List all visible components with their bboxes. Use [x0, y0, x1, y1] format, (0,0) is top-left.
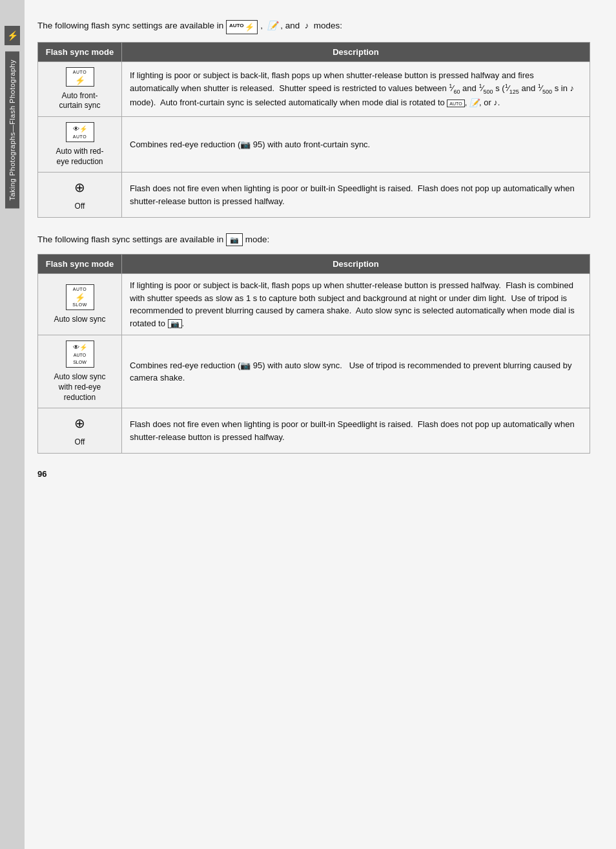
section1-intro: The following flash sync settings are av…	[37, 19, 590, 34]
mode-cell-2: 👁⚡ AUTO Auto with red-eye reduction	[38, 116, 122, 173]
mode-label-5: Auto slow syncwith red-eyereduction	[54, 372, 105, 403]
mode-cell-5: 👁⚡ AUTO SLOW Auto slow syncwith red-eyer…	[38, 335, 122, 408]
auto-frontcurtain-icon: AUTO ⚡	[66, 67, 94, 87]
table1: Flash sync mode Description AUTO ⚡ Auto …	[37, 42, 590, 218]
main-content: The following flash sync settings are av…	[25, 0, 616, 849]
table-row: ⊕ Off Flash does not fire even when ligh…	[38, 408, 590, 454]
mode-icon-wrap-1: AUTO ⚡ Auto front-curtain sync	[46, 67, 114, 111]
mode-icon-auto: AUTO⚡	[226, 20, 258, 34]
mode-icon-wrap-3: ⊕ Off	[46, 178, 114, 212]
off-icon-1: ⊕	[74, 178, 85, 197]
mode-label-4: Auto slow sync	[54, 315, 105, 325]
mode-icon-wrap-2: 👁⚡ AUTO Auto with red-eye reduction	[46, 122, 114, 167]
mode-icon-pencil: 📝	[267, 21, 278, 30]
mode-label-6: Off	[75, 437, 85, 448]
mode-cell-3: ⊕ Off	[38, 173, 122, 218]
description-cell-2: Combines red-eye reduction (📷 95) with a…	[122, 116, 590, 173]
mode-icon-music: ♪	[305, 21, 309, 30]
table-row: ⊕ Off Flash does not fire even when ligh…	[38, 173, 590, 218]
description-cell-4: If lighting is poor or subject is back-l…	[122, 274, 590, 335]
auto-slow-redeye-icon: 👁⚡ AUTO SLOW	[66, 341, 94, 368]
table-row: 👁⚡ AUTO Auto with red-eye reduction Comb…	[38, 116, 590, 173]
auto-redeye-icon: 👁⚡ AUTO	[66, 122, 94, 143]
mode-icon-wrap-4: AUTO ⚡ SLOW Auto slow sync	[46, 284, 114, 325]
sidebar-label: Taking Photographs—Flash Photography	[5, 52, 19, 209]
page-number: 96	[37, 469, 590, 479]
section2-intro: The following flash sync settings are av…	[37, 233, 590, 247]
table2: Flash sync mode Description AUTO ⚡ SLOW …	[37, 254, 590, 453]
description-cell-5: Combines red-eye reduction (📷 95) with a…	[122, 335, 590, 408]
table2-col1-header: Flash sync mode	[38, 255, 122, 274]
mode-label-2: Auto with red-eye reduction	[56, 147, 103, 167]
table-row: 👁⚡ AUTO SLOW Auto slow syncwith red-eyer…	[38, 335, 590, 408]
mode-icon-scene: 📷	[226, 233, 243, 247]
table-row: AUTO ⚡ Auto front-curtain sync If lighti…	[38, 62, 590, 117]
description-cell-1: If lighting is poor or subject is back-l…	[122, 62, 590, 117]
table2-col2-header: Description	[122, 255, 590, 274]
table1-col2-header: Description	[122, 43, 590, 62]
table1-col1-header: Flash sync mode	[38, 43, 122, 62]
description-cell-3: Flash does not fire even when lighting i…	[122, 173, 590, 218]
mode-label-3: Off	[75, 202, 85, 212]
mode-icon-wrap-5: 👁⚡ AUTO SLOW Auto slow syncwith red-eyer…	[46, 341, 114, 403]
mode-label-1: Auto front-curtain sync	[59, 91, 100, 111]
mode-icon-wrap-6: ⊕ Off	[46, 414, 114, 448]
mode-cell-6: ⊕ Off	[38, 408, 122, 454]
mode-cell-1: AUTO ⚡ Auto front-curtain sync	[38, 62, 122, 117]
lightning-tab: ⚡	[5, 26, 20, 45]
off-icon-2: ⊕	[74, 414, 85, 433]
mode-cell-4: AUTO ⚡ SLOW Auto slow sync	[38, 274, 122, 335]
table-row: AUTO ⚡ SLOW Auto slow sync If lighting i…	[38, 274, 590, 335]
sidebar: ⚡ Taking Photographs—Flash Photography	[0, 0, 25, 849]
description-cell-6: Flash does not fire even when lighting i…	[122, 408, 590, 454]
auto-slow-icon: AUTO ⚡ SLOW	[66, 284, 94, 310]
